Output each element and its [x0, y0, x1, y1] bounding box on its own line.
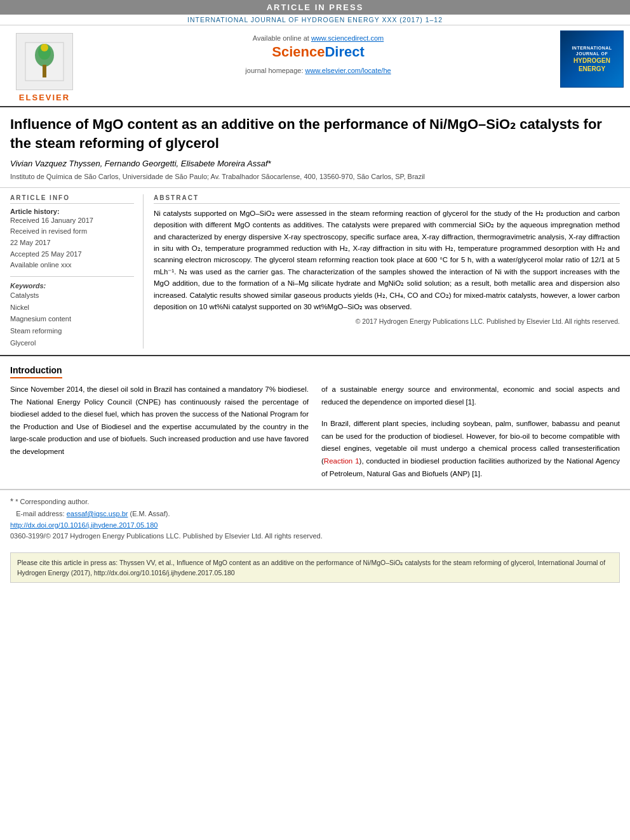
corresponding-author-note: * * Corresponding author. [10, 495, 620, 509]
svg-rect-2 [43, 65, 46, 77]
journal-homepage-url[interactable]: www.elsevier.com/locate/he [305, 67, 391, 74]
introduction-col2: of a sustainable energy source and envir… [321, 383, 620, 480]
keywords-section: Keywords: Catalysts Nickel Magnesium con… [10, 282, 134, 349]
keyword-nickel: Nickel [10, 302, 134, 314]
article-info-abstract-section: ARTICLE INFO Article history: Received 1… [0, 188, 630, 356]
cite-bar: Please cite this article in press as: Th… [10, 552, 620, 583]
elsevier-logo-image [16, 33, 73, 90]
email-note: E-mail address: eassaf@iqsc.usp.br (E.M.… [10, 509, 620, 520]
doi-link[interactable]: http://dx.doi.org/10.1016/j.ijhydene.201… [10, 521, 158, 529]
sciencedirect-title: ScienceDirect [95, 44, 541, 60]
journal-header-bar: INTERNATIONAL JOURNAL OF HYDROGEN ENERGY… [0, 15, 630, 25]
right-logo-section: INTERNATIONAL JOURNAL OF HYDROGEN ENERGY [554, 30, 624, 88]
doi-link-line: http://dx.doi.org/10.1016/j.ijhydene.201… [10, 520, 620, 531]
keyword-glycerol: Glycerol [10, 337, 134, 349]
article-history: Received 16 January 2017 Received in rev… [10, 215, 134, 271]
authors: Vivian Vazquez Thyssen, Fernando Georget… [10, 159, 620, 168]
footnote-section: * * Corresponding author. E-mail address… [0, 490, 630, 547]
available-online-text: Available online at www.sciencedirect.co… [95, 34, 541, 42]
introduction-col1: Since November 2014, the diesel oil sold… [10, 383, 309, 480]
reaction1-link[interactable]: Reaction 1 [324, 457, 359, 465]
article-main-title: Influence of MgO content as an additive … [10, 115, 620, 152]
abstract-section: ABSTRACT Ni catalysts supported on MgO–S… [154, 194, 620, 349]
affiliation: Instituto de Química de São Carlos, Univ… [10, 171, 620, 182]
center-header: Available online at www.sciencedirect.co… [83, 30, 554, 78]
keyword-catalysts: Catalysts [10, 290, 134, 302]
hydrogen-energy-logo: INTERNATIONAL JOURNAL OF HYDROGEN ENERGY [560, 30, 624, 88]
article-info-column: ARTICLE INFO Article history: Received 1… [10, 194, 144, 349]
article-title-section: Influence of MgO content as an additive … [0, 107, 630, 188]
footer-copyright: 0360-3199/© 2017 Hydrogen Energy Publica… [10, 531, 620, 542]
keywords-label: Keywords: [10, 282, 134, 290]
journal-homepage: journal homepage: www.elsevier.com/locat… [95, 67, 541, 74]
introduction-heading: Introduction [10, 365, 62, 378]
abstract-text: Ni catalysts supported on MgO–SiO₂ were … [154, 208, 620, 313]
abstract-heading: ABSTRACT [154, 194, 620, 204]
article-info-heading: ARTICLE INFO [10, 194, 134, 204]
introduction-section: Introduction Since November 2014, the di… [0, 356, 630, 490]
elsevier-brand-text: ELSEVIER [19, 93, 70, 102]
article-history-label: Article history: [10, 208, 134, 215]
elsevier-logo: ELSEVIER [6, 30, 83, 102]
keyword-magnesium: Magnesium content [10, 313, 134, 325]
introduction-text-col1: Since November 2014, the diesel oil sold… [10, 383, 309, 458]
abstract-copyright: © 2017 Hydrogen Energy Publications LLC.… [154, 317, 620, 325]
email-link[interactable]: eassaf@iqsc.usp.br [67, 510, 128, 517]
svg-point-4 [41, 44, 48, 51]
article-in-press-bar: ARTICLE IN PRESS [0, 0, 630, 15]
introduction-body: Since November 2014, the diesel oil sold… [10, 383, 620, 480]
introduction-text-col2: of a sustainable energy source and envir… [321, 383, 620, 408]
sciencedirect-url[interactable]: www.sciencedirect.com [311, 34, 384, 42]
introduction-text-col2b: In Brazil, different plant species, incl… [321, 418, 620, 480]
top-header-section: ELSEVIER Available online at www.science… [0, 25, 630, 107]
keyword-steam-reforming: Steam reforming [10, 325, 134, 337]
